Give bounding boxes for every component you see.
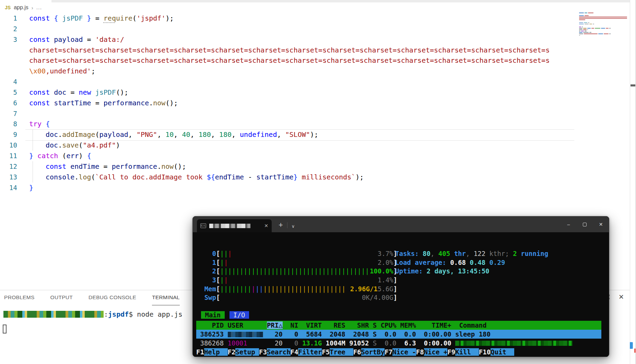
redacted-user-host: [3, 311, 104, 318]
htop-tabs: Main I/O: [201, 311, 249, 319]
fkey-f1[interactable]: F1Help: [196, 348, 228, 356]
prompt-directory: jspdf: [108, 310, 129, 318]
code-line[interactable]: 4: [0, 77, 630, 87]
integrated-terminal-prompt[interactable]: :jspdf$ node app.js: [3, 310, 182, 318]
close-button[interactable]: ✕: [593, 216, 609, 232]
prompt-command: node app.js: [133, 310, 182, 318]
htop-tab-main[interactable]: Main: [201, 311, 225, 319]
panel-tabs: PROBLEMSOUTPUTDEBUG CONSOLETERMINALPO: [4, 294, 203, 305]
htop-info-line: Uptime: 2 days, 13:45:50: [395, 267, 548, 276]
minimap-line: [579, 19, 631, 20]
fkey-f4[interactable]: F4Filter: [291, 348, 322, 356]
code-line[interactable]: 13console.log(`Call to doc.addImage took…: [0, 172, 630, 183]
code-line[interactable]: 7: [0, 108, 630, 119]
fkey-f7[interactable]: F7Nice -: [385, 348, 416, 356]
code-line[interactable]: 2: [0, 24, 630, 34]
htop-meters: 0[|||3.7%]1[||2.0%]2[|||||||||||||||||||…: [201, 249, 397, 302]
minimap-line: [579, 16, 631, 17]
line-number: 9: [0, 129, 17, 140]
code-line[interactable]: 5const doc = new jsPDF();: [0, 87, 630, 98]
breadcrumb-filename[interactable]: app.js: [14, 4, 28, 11]
code-line[interactable]: 11} catch (err) {: [0, 151, 630, 161]
htop-info-line: Tasks: 80, 405 thr, 122 kthr; 2 running: [395, 249, 548, 258]
code-line[interactable]: 6const startTime = performance.now();: [0, 98, 630, 108]
panel-tab-problems[interactable]: PROBLEMS: [4, 294, 35, 305]
code-text: } catch (err) {: [29, 151, 91, 161]
prompt-colon: :: [104, 310, 108, 318]
line-number: [0, 55, 17, 66]
line-number: 2: [0, 24, 17, 34]
fkey-f9[interactable]: F9Kill: [447, 348, 479, 356]
minimap-line: [579, 22, 631, 23]
line-number: 3: [0, 34, 17, 45]
code-line[interactable]: 9doc.addImage(payload, "PNG", 10, 40, 18…: [0, 129, 630, 140]
close-panel-icon[interactable]: ✕: [619, 294, 624, 300]
cpu-mem-meter: 0[|||3.7%]: [201, 249, 397, 258]
code-line[interactable]: 3const payload = 'data:/: [0, 34, 630, 45]
fkey-f5[interactable]: F5Tree: [322, 348, 353, 356]
tabbar-strip: [51, 0, 630, 2]
fkey-f8[interactable]: F8Nice +: [416, 348, 448, 356]
code-line[interactable]: charset=scharset=scharset=scharset=schar…: [0, 45, 630, 56]
panel-tab-terminal[interactable]: TERMINAL: [152, 294, 180, 305]
minimap-line: [579, 26, 631, 27]
line-number: 14: [0, 183, 17, 193]
minimap-line: [579, 33, 631, 34]
line-number: 13: [0, 172, 17, 183]
screen: JS app.js › ... 1const { jsPDF } = requi…: [0, 0, 636, 364]
maximize-button[interactable]: [577, 216, 593, 232]
fkey-f6[interactable]: F6SortBy: [353, 348, 385, 356]
minimize-button[interactable]: –: [561, 216, 577, 232]
minimap[interactable]: [579, 12, 631, 50]
minimap-line: [579, 35, 631, 36]
fkey-f2[interactable]: F2Setup: [228, 348, 259, 356]
new-tab-icon[interactable]: +: [279, 221, 283, 230]
cpu-mem-meter: 3[||1.4%]: [201, 276, 397, 285]
line-number: 10: [0, 140, 17, 151]
breadcrumb[interactable]: JS app.js › ...: [5, 3, 42, 12]
minimap-line: [579, 31, 631, 32]
code-line[interactable]: 8try {: [0, 119, 630, 129]
terminal-titlebar[interactable]: C:\ ✕ + ∨ – ✕: [193, 216, 609, 232]
minimap-line: [579, 15, 631, 16]
code-text: try {: [29, 119, 50, 129]
breadcrumb-symbol-ellipsis[interactable]: ...: [36, 4, 42, 11]
prompt-dollar: $: [129, 310, 133, 318]
code-lines[interactable]: 1const { jsPDF } = require('jspdf');23co…: [0, 13, 630, 193]
line-number: 7: [0, 108, 17, 119]
panel-tab-debug-console[interactable]: DEBUG CONSOLE: [89, 294, 136, 305]
line-number: 11: [0, 151, 17, 161]
process-row-selected[interactable]: 386253 20 0 5684 2048 2048 S 0.0 0.0 0:0…: [196, 330, 601, 339]
screen-right-edge: [635, 0, 636, 364]
code-line[interactable]: \x00,undefined';: [0, 66, 630, 77]
line-number: 5: [0, 87, 17, 98]
windows-terminal-window[interactable]: C:\ ✕ + ∨ – ✕ 0[|||3.7%]1[||2.0%]2[|||||…: [192, 216, 609, 357]
minimap-line: [579, 29, 631, 30]
code-line[interactable]: 14}: [0, 183, 630, 193]
window-controls: – ✕: [561, 216, 609, 232]
tab-close-icon[interactable]: ✕: [264, 223, 268, 228]
htop-tab-i-o[interactable]: I/O: [229, 311, 249, 319]
command-prompt-icon: C:\: [200, 223, 206, 228]
line-number: 4: [0, 77, 17, 87]
terminal-tab[interactable]: C:\ ✕: [197, 219, 272, 232]
code-text: }: [29, 183, 33, 193]
process-table-header[interactable]: PID USER PRI△ NI VIRT RES SHR S CPU% MEM…: [196, 321, 601, 330]
minimap-line: [579, 18, 631, 19]
overview-ruler-marker[interactable]: [631, 84, 635, 86]
code-line[interactable]: 10doc.save("a4.pdf"): [0, 140, 630, 151]
code-text: console.log(`Call to doc.addImage took $…: [29, 172, 364, 183]
panel-tab-output[interactable]: OUTPUT: [50, 294, 73, 305]
line-number: [0, 66, 17, 77]
code-line[interactable]: charset=scharset=scharset=scharset=schar…: [0, 55, 630, 66]
fkey-f10[interactable]: F10Quit: [479, 348, 514, 356]
code-line[interactable]: 12const endTime = performance.now();: [0, 161, 630, 172]
tab-dropdown-icon[interactable]: ∨: [292, 224, 295, 229]
line-number: 1: [0, 13, 17, 24]
fkey-f3[interactable]: F3Search: [259, 348, 291, 356]
process-row[interactable]: 386268 10001 20 0 13.1G 1004M 91052 S 0.…: [196, 339, 601, 348]
htop-function-keys: F1Help F2Setup F3SearchF4FilterF5Tree F6…: [196, 348, 514, 356]
code-line[interactable]: 1const { jsPDF } = require('jspdf');: [0, 13, 630, 24]
minimap-line: [579, 14, 631, 15]
code-text: const endTime = performance.now();: [29, 161, 186, 172]
